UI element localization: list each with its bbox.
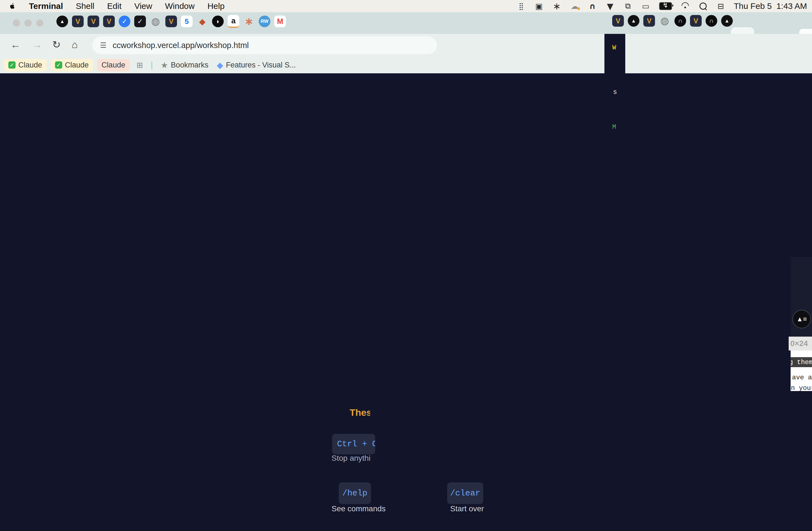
claude-favicon[interactable]: ∗: [243, 16, 255, 27]
github-favicon[interactable]: ∩: [706, 15, 717, 27]
home-button[interactable]: ⌂: [72, 39, 78, 50]
app-favicon[interactable]: ▲: [721, 15, 733, 27]
menu-item-shell[interactable]: Shell: [76, 1, 95, 11]
sleep-icon[interactable]: [641, 1, 651, 11]
wifi-icon[interactable]: [681, 1, 690, 11]
gmail-favicon[interactable]: M: [274, 16, 286, 27]
check-blue-favicon[interactable]: ✓: [119, 16, 130, 27]
stop-anything-label: Stop anything: [332, 454, 370, 463]
v-favicon[interactable]: V: [72, 16, 84, 27]
text-segment: ave ac: [792, 374, 812, 381]
globe-favicon[interactable]: ◍: [659, 15, 670, 27]
menu-bar-clock[interactable]: Thu Feb 5 1:43 AM: [734, 1, 807, 11]
v-favicon[interactable]: V: [88, 16, 99, 27]
app-favicon[interactable]: ▲: [628, 15, 639, 27]
apps-grid-icon[interactable]: [517, 1, 526, 11]
close-button[interactable]: [13, 19, 20, 27]
divider: |: [150, 60, 153, 70]
minimize-button[interactable]: [25, 19, 32, 27]
zoom-button[interactable]: [36, 19, 43, 27]
clear-command-chip[interactable]: /clear: [447, 482, 483, 504]
favicon-glyph: a: [231, 16, 236, 25]
search-icon[interactable]: [698, 1, 708, 11]
background-terminal-fragment: g them ave acn your: [791, 351, 812, 391]
rw-favicon[interactable]: RW: [259, 16, 271, 27]
favicon-glyph: ◗: [216, 17, 220, 25]
browser-toolbar: ← → ↻ ⌂ ☰ ccworkshop.vercel.app/workshop…: [0, 34, 812, 57]
url-text[interactable]: ccworkshop.vercel.app/workshop.html: [113, 41, 249, 50]
favicon-glyph: M: [277, 17, 284, 26]
bookmark-claude-1[interactable]: ✓ Claude: [4, 59, 47, 71]
v-favicon[interactable]: V: [690, 15, 702, 27]
favicon-glyph: V: [647, 17, 652, 25]
feather-favicon[interactable]: ◆: [197, 16, 208, 27]
clipboard-manager-icon[interactable]: [623, 1, 633, 11]
favicon-glyph: V: [169, 17, 174, 26]
star-icon[interactable]: ★: [161, 60, 168, 70]
bookmark-claude-2[interactable]: ✓ Claude: [50, 59, 93, 71]
globe-favicon[interactable]: ◍: [150, 16, 161, 27]
menu-item-view[interactable]: View: [134, 1, 152, 11]
vercel-toolbar-button[interactable]: ▲≡: [792, 310, 811, 328]
help-command-chip[interactable]: /help: [339, 482, 371, 504]
vpn-icon[interactable]: [588, 1, 597, 11]
text-segment: s: [613, 88, 617, 96]
clear-command-desc: Start over: [450, 504, 484, 513]
selected-text: g them: [791, 358, 812, 366]
v-favicon[interactable]: V: [612, 15, 624, 27]
text-segment: W: [612, 44, 616, 51]
battery-icon[interactable]: [659, 1, 672, 11]
check-icon: ✓: [8, 61, 16, 69]
back-button[interactable]: ←: [11, 39, 20, 50]
amazon-favicon[interactable]: a: [228, 15, 239, 28]
menu-item-edit[interactable]: Edit: [107, 1, 122, 11]
apple-menu[interactable]: [8, 2, 16, 10]
bookmarks-menu[interactable]: Bookmarks: [171, 61, 208, 70]
terminal-line: s: [613, 88, 617, 97]
v-favicon[interactable]: V: [103, 16, 115, 27]
bird-favicon[interactable]: ◗: [212, 16, 224, 27]
favicon-glyph: V: [91, 17, 96, 26]
bookmark-claude-3[interactable]: Claude: [97, 59, 130, 71]
ctrl-c-chip[interactable]: Ctrl + C: [332, 434, 375, 454]
github-favicon[interactable]: ∩: [675, 15, 686, 27]
v-favicon[interactable]: V: [165, 16, 177, 27]
reload-button[interactable]: ↻: [52, 39, 61, 50]
favicon-glyph: ▲: [724, 18, 729, 24]
favicon-glyph: V: [616, 17, 621, 25]
browser-window-controls[interactable]: [13, 19, 43, 27]
favicon-glyph: ∩: [678, 17, 682, 25]
bookmark-features[interactable]: Features - Visual S...: [226, 61, 296, 70]
address-bar[interactable]: ☰ ccworkshop.vercel.app/workshop.html: [92, 36, 437, 54]
menu-item-help[interactable]: Help: [207, 1, 224, 11]
menu-bar: Terminal Shell Edit View Window Help Thu…: [0, 0, 812, 12]
site-settings-icon[interactable]: ☰: [100, 41, 106, 50]
terminal-line: ave ac: [792, 373, 812, 382]
pinned-tabs-right[interactable]: V▲V◍∩V∩▲: [610, 15, 735, 27]
forward-button[interactable]: →: [32, 39, 42, 50]
background-terminal-title-fragment: 0×24: [789, 337, 812, 351]
favicon-glyph: 5: [185, 17, 189, 26]
password-manager-icon[interactable]: [534, 1, 544, 11]
menu-item-terminal[interactable]: Terminal: [29, 1, 63, 11]
menu-item-window[interactable]: Window: [165, 1, 195, 11]
cloud-alert-icon[interactable]: [570, 1, 579, 11]
help-command-desc: See commands: [332, 504, 386, 513]
favicon-glyph: ◍: [660, 15, 669, 27]
claude-icon[interactable]: [552, 1, 562, 11]
check-black-favicon[interactable]: ✓: [134, 16, 146, 27]
favicon-glyph: ∗: [245, 15, 253, 28]
v-favicon[interactable]: V: [643, 15, 655, 27]
apps-grid-icon[interactable]: ⊞: [136, 61, 143, 70]
desktop: ▲VVV✓✓◍V5◆◗a∗RWM V▲V◍∩V∩▲ × + ∨ ← → ↻ ⌂ …: [0, 0, 812, 531]
pinned-tabs-left[interactable]: ▲VVV✓✓◍V5◆◗a∗RWM: [55, 15, 288, 28]
control-center-icon[interactable]: [716, 1, 726, 11]
cal-favicon[interactable]: 5: [181, 16, 192, 27]
app-favicon[interactable]: ▲: [56, 16, 68, 27]
favicon-glyph: ▲: [60, 19, 65, 25]
text-segment: M: [612, 123, 616, 131]
shield-icon[interactable]: [606, 1, 615, 11]
favicon-glyph: V: [107, 17, 112, 26]
bookmark-label: Claude: [101, 61, 125, 70]
size-label: 0×24: [790, 339, 808, 348]
